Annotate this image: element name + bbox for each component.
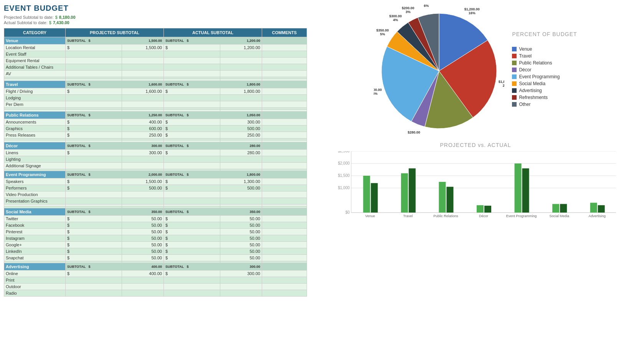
table-header-row: CATEGORY PROJECTED SUBTOTAL ACTUAL SUBTO… (4, 28, 307, 37)
section-actual-value: 350.00 (220, 208, 262, 216)
legend-color (512, 88, 517, 93)
row-comment (262, 198, 307, 205)
row-act-value: 300.00 (220, 270, 262, 277)
row-name: Outdoor (4, 284, 66, 290)
row-name: Online (4, 270, 66, 277)
legend-label: Public Relations (519, 60, 552, 66)
row-proj-dollar: $ (66, 242, 122, 248)
row-proj-value (122, 71, 163, 77)
page: EVENT BUDGET Projected Subtotal to date:… (0, 0, 644, 348)
row-proj-value (122, 101, 163, 108)
row-name: Event Staff (4, 51, 66, 58)
table-row: Instagram $ 50.00 $ 50.00 (4, 235, 307, 242)
legend-color (512, 74, 517, 79)
section-header-row: Décor SUBTOTAL $ 300.00 SUBTOTAL $ 280.0… (4, 142, 307, 150)
legend-color (512, 102, 517, 107)
pie-section: PERCENT OF BUDGET Venue Travel Public Re… (311, 4, 640, 134)
row-act-value: 50.00 (220, 229, 262, 235)
table-row: Pinterest $ 50.00 $ 50.00 (4, 229, 307, 235)
section-header-row: Travel SUBTOTAL $ 1,600.00 SUBTOTAL $ 1,… (4, 81, 307, 88)
row-act-value (220, 198, 262, 205)
section-proj-value: 400.00 (122, 263, 163, 270)
section-actual-label: SUBTOTAL $ (163, 142, 220, 150)
legend-item: Other (512, 102, 577, 107)
row-comment (262, 277, 307, 284)
section-name: Venue (4, 37, 66, 45)
actual-summary: Actual Subtotal to date: $ 7,430.00 (4, 20, 307, 25)
row-act-dollar: $ (163, 178, 220, 185)
row-proj-value: 400.00 (122, 270, 163, 277)
row-act-dollar: $ (163, 222, 220, 229)
row-act-value: 50.00 (220, 216, 262, 222)
row-proj-dollar: $ (66, 150, 122, 156)
row-act-dollar: $ (163, 229, 220, 235)
row-comment (262, 235, 307, 242)
legend-item: Travel (512, 53, 577, 59)
row-proj-value: 50.00 (122, 216, 163, 222)
row-comment (262, 119, 307, 125)
section-comments (262, 112, 307, 119)
row-name: Presentation Graphics (4, 198, 66, 205)
row-name: Print (4, 277, 66, 284)
table-row: Radio (4, 290, 307, 297)
row-act-value: 50.00 (220, 255, 262, 261)
row-act-value (220, 71, 262, 77)
legend-color (512, 68, 517, 72)
actual-header: ACTUAL SUBTOTAL (163, 28, 262, 37)
legend-color (512, 61, 517, 65)
row-act-dollar (163, 284, 220, 290)
row-act-value (220, 191, 262, 198)
row-act-dollar (163, 163, 220, 169)
table-row: Announcements $ 400.00 $ 300.00 (4, 119, 307, 125)
row-proj-value: 50.00 (122, 222, 163, 229)
row-act-dollar (163, 191, 220, 198)
row-act-value (220, 156, 262, 163)
section-comments (262, 142, 307, 150)
row-comment (262, 163, 307, 169)
row-act-dollar: $ (163, 150, 220, 156)
section-subtotal-label: SUBTOTAL $ (66, 208, 122, 216)
row-proj-dollar (66, 277, 122, 284)
row-comment (262, 284, 307, 290)
section-name: Event Programming (4, 171, 66, 178)
row-act-value (220, 58, 262, 64)
actual-label: Actual Subtotal to date: (4, 20, 48, 25)
section-proj-value: 1,250.00 (122, 112, 163, 119)
row-act-value: 50.00 (220, 222, 262, 229)
row-act-dollar: $ (163, 185, 220, 191)
row-proj-dollar: $ (66, 229, 122, 235)
section-comments (262, 263, 307, 270)
row-proj-dollar (66, 163, 122, 169)
projected-summary: Projected Subtotal to date: $ 8,180.00 (4, 15, 307, 20)
row-proj-value: 500.00 (122, 185, 163, 191)
row-proj-value (122, 58, 163, 64)
row-comment (262, 229, 307, 235)
pie-chart-canvas (374, 4, 504, 134)
row-act-dollar: $ (163, 270, 220, 277)
row-name: LinkedIn (4, 248, 66, 255)
row-proj-dollar (66, 284, 122, 290)
row-proj-value (122, 277, 163, 284)
legend-label: Event Programming (519, 74, 560, 79)
row-comment (262, 222, 307, 229)
row-proj-value: 50.00 (122, 255, 163, 261)
section-actual-value: 1,200.00 (220, 37, 262, 45)
table-row: Equipment Rental (4, 58, 307, 64)
row-act-value (220, 163, 262, 169)
row-act-value: 300.00 (220, 119, 262, 125)
row-name: Speakers (4, 178, 66, 185)
row-proj-dollar: $ (66, 185, 122, 191)
row-proj-value (122, 163, 163, 169)
row-act-value: 500.00 (220, 185, 262, 191)
legend-label: Décor (519, 67, 531, 73)
section-subtotal-label: SUBTOTAL $ (66, 37, 122, 45)
section-subtotal-label: SUBTOTAL $ (66, 81, 122, 88)
section-actual-label: SUBTOTAL $ (163, 208, 220, 216)
row-proj-value: 1,500.00 (122, 45, 163, 51)
row-name: Press Releases (4, 132, 66, 139)
section-name: Décor (4, 142, 66, 150)
row-proj-value (122, 198, 163, 205)
budget-table: CATEGORY PROJECTED SUBTOTAL ACTUAL SUBTO… (4, 28, 307, 297)
projected-label: Projected Subtotal to date: (4, 15, 54, 20)
row-comment (262, 242, 307, 248)
